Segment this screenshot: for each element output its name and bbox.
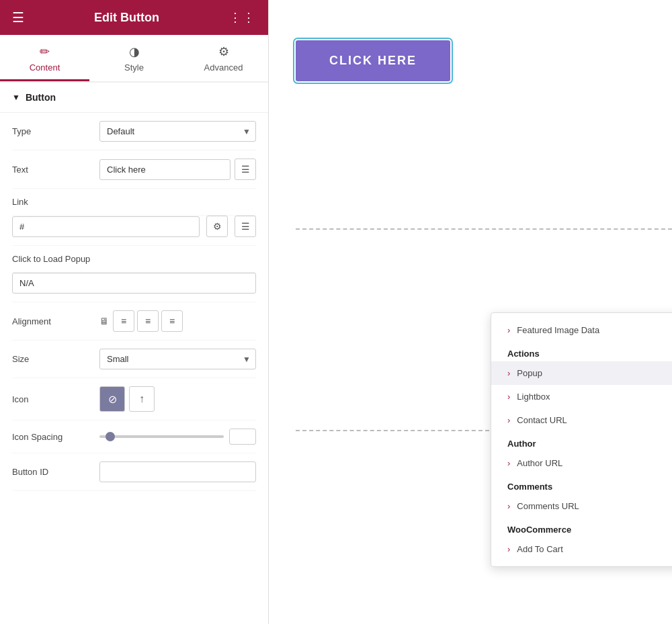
icon-spacing-row: Icon Spacing [12,420,256,453]
dropdown-item-contact-url[interactable]: › Contact URL [491,408,672,432]
size-control: Small Medium Large Extra Large ▼ [99,349,256,369]
dropdown-section-woocommerce: WooCommerce [491,518,672,537]
contact-url-arrow: › [507,415,510,425]
canvas-area: CLICK HERE › Featured Image Data Actions… [269,0,672,624]
text-control: ☰ [99,159,256,180]
tab-content-label: Content [30,62,60,73]
dashed-line-1 [296,228,672,230]
link-dynamic-btn[interactable]: ☰ [235,216,256,237]
icon-spacing-slider[interactable] [99,435,224,438]
size-label: Size [12,354,93,364]
featured-image-label: Featured Image Data [517,325,599,335]
dropdown-item-featured-image[interactable]: › Featured Image Data [491,318,672,342]
dropdown-item-comments-url[interactable]: › Comments URL [491,494,672,518]
icon-none-btn[interactable]: ⊘ [99,386,125,412]
size-select-wrapper: Small Medium Large Extra Large ▼ [99,349,256,369]
dropdown-item-author-url[interactable]: › Author URL [491,451,672,475]
featured-image-arrow: › [507,325,510,335]
sidebar-title: Edit Button [94,11,159,25]
section-label: Button [26,92,56,103]
dropdown-item-popup[interactable]: › Popup [491,361,672,385]
tab-content[interactable]: ✏ Content [0,35,89,81]
alignment-buttons: ≡ ≡ ≡ [113,310,183,332]
hamburger-icon[interactable]: ☰ [12,9,24,26]
link-label: Link [12,197,93,207]
popup-label: Click to Load Popup [12,254,113,264]
icon-spacing-value[interactable] [229,429,256,445]
advanced-tab-icon: ⚙ [218,44,229,59]
link-row: Link [12,189,256,216]
dropdown-item-add-to-cart[interactable]: › Add To Cart [491,537,672,561]
lightbox-arrow: › [507,392,510,402]
tab-style[interactable]: ◑ Style [89,35,179,81]
popup-input-row [12,273,256,302]
add-to-cart-label: Add To Cart [517,544,562,554]
align-left-btn[interactable]: ≡ [113,310,134,332]
dropdown-item-lightbox[interactable]: › Lightbox [491,385,672,408]
style-tab-icon: ◑ [129,44,140,59]
dropdown-section-author: Author [491,432,672,451]
sidebar: ☰ Edit Button ⋮⋮ ✏ Content ◑ Style ⚙ Adv… [0,0,269,624]
grid-icon[interactable]: ⋮⋮ [229,10,256,25]
add-to-cart-arrow: › [507,544,510,554]
link-input[interactable] [12,216,200,237]
icon-row: Icon ⊘ ↑ [12,378,256,420]
popup-arrow: › [507,368,510,378]
author-url-arrow: › [507,458,510,468]
link-input-row: ⚙ ☰ [12,216,256,246]
button-form: Type Default Info Success Warning Danger… [0,113,268,491]
lightbox-label: Lightbox [517,392,550,402]
alignment-row: Alignment 🖥 ≡ ≡ ≡ [12,302,256,341]
contact-url-label: Contact URL [517,415,566,425]
align-center-btn[interactable]: ≡ [137,310,159,332]
size-select[interactable]: Small Medium Large Extra Large [99,349,256,369]
popup-input[interactable] [12,273,256,294]
type-select-wrapper: Default Info Success Warning Danger ▼ [99,121,256,142]
dropdown-section-actions: Actions [491,342,672,361]
type-row: Type Default Info Success Warning Danger… [12,113,256,150]
text-label: Text [12,165,93,175]
icon-label: Icon [12,394,93,404]
tabs-container: ✏ Content ◑ Style ⚙ Advanced [0,35,268,83]
icon-upload-btn[interactable]: ↑ [129,386,155,412]
monitor-icon: 🖥 [99,316,109,326]
button-section-header[interactable]: ▼ Button [0,83,268,113]
comments-url-arrow: › [507,501,510,511]
link-dropdown-popup: › Featured Image Data Actions › Popup › … [491,312,672,567]
tab-advanced[interactable]: ⚙ Advanced [179,35,268,81]
sidebar-header: ☰ Edit Button ⋮⋮ [0,0,268,35]
size-row: Size Small Medium Large Extra Large ▼ [12,341,256,378]
icon-control: ⊘ ↑ [99,386,256,412]
icon-spacing-control [99,429,256,445]
alignment-label: Alignment [12,316,93,326]
type-select[interactable]: Default Info Success Warning Danger [99,121,256,142]
icon-spacing-label: Icon Spacing [12,432,93,442]
dropdown-section-comments: Comments [491,475,672,494]
author-url-label: Author URL [517,458,562,468]
preview-button[interactable]: CLICK HERE [296,40,450,81]
text-input[interactable] [99,159,230,180]
button-id-control [99,461,256,482]
type-control: Default Info Success Warning Danger ▼ [99,121,256,142]
button-id-label: Button ID [12,467,93,477]
content-tab-icon: ✏ [40,44,50,59]
comments-url-label: Comments URL [517,501,579,511]
alignment-control: 🖥 ≡ ≡ ≡ [99,310,256,332]
type-label: Type [12,126,93,136]
section-collapse-arrow: ▼ [12,93,20,102]
tab-advanced-label: Advanced [204,62,243,73]
link-settings-btn[interactable]: ⚙ [206,216,228,237]
text-dynamic-btn[interactable]: ☰ [235,159,256,180]
button-id-input[interactable] [99,461,256,482]
popup-row: Click to Load Popup [12,246,256,273]
button-id-row: Button ID [12,453,256,491]
text-row: Text ☰ [12,150,256,189]
popup-item-label: Popup [517,368,542,378]
slider-wrap [99,429,256,445]
align-right-btn[interactable]: ≡ [161,310,183,332]
tab-style-label: Style [124,62,144,73]
